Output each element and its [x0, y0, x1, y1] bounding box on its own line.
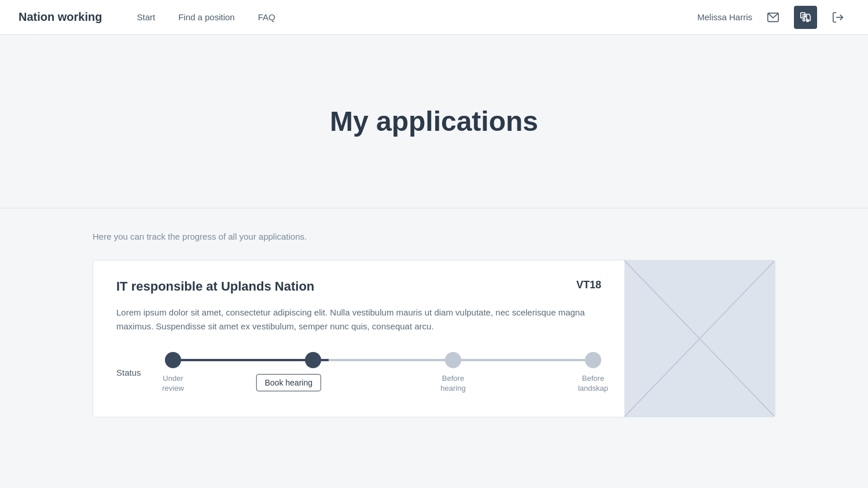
step-dot-0 — [165, 352, 181, 368]
step-label-1: Book hearing — [305, 374, 321, 394]
application-code: VT18 — [576, 279, 601, 291]
navigation: Nation working Start Find a position FAQ… — [0, 0, 868, 35]
step-dot-3 — [585, 352, 601, 368]
logout-icon — [832, 11, 844, 24]
application-image — [624, 260, 775, 417]
application-card-main: IT responsible at Uplands Nation VT18 Lo… — [93, 260, 624, 417]
track-dots — [165, 352, 601, 368]
step-2-text: Beforehearing — [440, 374, 465, 394]
step-dot-2 — [445, 352, 461, 368]
nav-faq[interactable]: FAQ — [258, 12, 275, 22]
status-row: Status — [116, 352, 601, 394]
track-line-row — [165, 352, 601, 368]
book-hearing-button[interactable]: Book hearing — [256, 374, 321, 391]
mail-icon-button[interactable] — [762, 6, 785, 29]
step-dot-1 — [305, 352, 321, 368]
username-label: Melissa Harris — [697, 12, 752, 22]
step-label-3: Beforelandskap — [585, 374, 601, 394]
brand-title[interactable]: Nation working — [19, 10, 102, 24]
status-track: Underreview Book hearing Beforehearing B… — [165, 352, 601, 394]
applications-icon — [799, 11, 812, 24]
mail-icon — [767, 11, 779, 24]
status-label: Status — [116, 368, 151, 377]
hero-section: My applications — [0, 35, 868, 208]
step-0-text: Underreview — [162, 374, 184, 394]
step-label-2: Beforehearing — [445, 374, 461, 394]
svg-rect-1 — [801, 12, 805, 17]
subtitle-text: Here you can track the progress of all y… — [93, 232, 775, 241]
step-label-0: Underreview — [165, 374, 181, 394]
application-header: IT responsible at Uplands Nation VT18 — [116, 279, 601, 294]
nav-links: Start Find a position FAQ — [137, 12, 697, 22]
nav-right: Melissa Harris — [697, 6, 849, 29]
nav-start[interactable]: Start — [137, 12, 155, 22]
image-placeholder-icon — [624, 260, 775, 417]
logout-icon-button[interactable] — [826, 6, 849, 29]
applications-icon-button[interactable] — [794, 6, 817, 29]
application-card: IT responsible at Uplands Nation VT18 Lo… — [93, 260, 775, 417]
step-3-text: Beforelandskap — [578, 374, 608, 394]
main-content: Here you can track the progress of all y… — [46, 208, 822, 441]
application-description: Lorem ipsum dolor sit amet, consectetur … — [116, 306, 601, 333]
application-title: IT responsible at Uplands Nation — [116, 279, 314, 294]
svg-point-5 — [803, 19, 805, 21]
nav-find-position[interactable]: Find a position — [178, 12, 235, 22]
page-title: My applications — [330, 105, 538, 137]
